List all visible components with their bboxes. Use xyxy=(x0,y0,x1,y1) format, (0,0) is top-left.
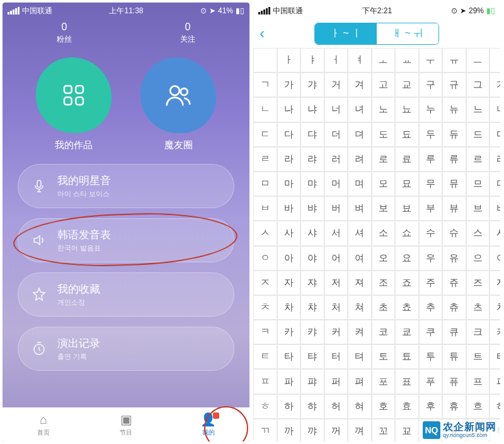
syllable-cell[interactable]: 죠 xyxy=(395,271,419,295)
syllable-cell[interactable]: 져 xyxy=(348,271,372,295)
syllable-cell[interactable]: 료 xyxy=(395,147,419,172)
syllable-cell[interactable]: 부 xyxy=(419,196,443,221)
syllable-cell[interactable]: 녀 xyxy=(348,97,372,122)
syllable-cell[interactable]: 브 xyxy=(466,196,490,221)
syllable-cell[interactable]: 오 xyxy=(372,246,396,271)
syllable-cell[interactable]: 휴 xyxy=(442,394,466,419)
syllable-cell[interactable]: 피 xyxy=(490,369,500,394)
syllable-cell[interactable]: 저 xyxy=(324,271,348,295)
tab-mine[interactable]: 👤 我的 xyxy=(167,407,249,441)
syllable-cell[interactable]: 뵤 xyxy=(395,196,419,221)
syllable-cell[interactable]: 요 xyxy=(395,246,419,271)
syllable-cell[interactable]: 츄 xyxy=(442,295,466,320)
syllable-cell[interactable]: 텨 xyxy=(348,344,372,369)
syllable-cell[interactable]: 려 xyxy=(348,147,372,172)
syllable-cell[interactable]: 바 xyxy=(277,196,301,221)
syllable-cell[interactable]: 겨 xyxy=(348,73,372,97)
syllable-cell[interactable]: 수 xyxy=(419,221,443,245)
syllable-cell[interactable]: 초 xyxy=(372,295,396,320)
syllable-cell[interactable]: 묘 xyxy=(395,172,419,196)
syllable-cell[interactable]: 쟈 xyxy=(301,271,324,295)
syllable-cell[interactable]: 뇨 xyxy=(395,97,419,122)
syllable-cell[interactable]: 유 xyxy=(442,246,466,271)
syllable-cell[interactable]: 우 xyxy=(419,246,443,271)
syllable-cell[interactable]: 됴 xyxy=(395,122,419,147)
syllable-cell[interactable]: 서 xyxy=(324,221,348,245)
syllable-cell[interactable]: 너 xyxy=(324,97,348,122)
syllable-cell[interactable]: 퍄 xyxy=(301,369,324,394)
syllable-cell[interactable]: 혀 xyxy=(348,394,372,419)
card-star-voice[interactable]: 我的明星音마이 스타 보이스 xyxy=(18,164,234,208)
syllable-cell[interactable]: 토 xyxy=(372,344,396,369)
syllable-cell[interactable]: 로 xyxy=(372,147,396,172)
syllable-cell[interactable]: 라 xyxy=(277,147,301,172)
syllable-cell[interactable]: 아 xyxy=(277,246,301,271)
syllable-cell[interactable]: 쳐 xyxy=(348,295,372,320)
syllable-cell[interactable]: 랴 xyxy=(301,147,324,172)
stat-fans[interactable]: 0 粉丝 xyxy=(3,21,126,45)
syllable-cell[interactable]: 뉴 xyxy=(442,97,466,122)
syllable-cell[interactable]: 버 xyxy=(324,196,348,221)
syllable-cell[interactable]: 처 xyxy=(324,295,348,320)
syllable-cell[interactable]: 자 xyxy=(277,271,301,295)
syllable-cell[interactable]: 머 xyxy=(324,172,348,196)
syllable-cell[interactable]: 디 xyxy=(490,122,500,147)
syllable-cell[interactable]: 탸 xyxy=(301,344,324,369)
syllable-cell[interactable]: 냐 xyxy=(301,97,324,122)
syllable-cell[interactable]: 도 xyxy=(372,122,396,147)
syllable-cell[interactable]: 큐 xyxy=(442,320,466,344)
syllable-cell[interactable]: 보 xyxy=(372,196,396,221)
syllable-cell[interactable]: 리 xyxy=(490,147,500,172)
syllable-cell[interactable]: 튜 xyxy=(442,344,466,369)
syllable-cell[interactable]: 노 xyxy=(372,97,396,122)
syllable-cell[interactable]: 쇼 xyxy=(395,221,419,245)
syllable-cell[interactable]: 사 xyxy=(277,221,301,245)
syllable-cell[interactable]: 까 xyxy=(277,419,301,441)
syllable-cell[interactable]: 포 xyxy=(372,369,396,394)
syllable-cell[interactable]: 챠 xyxy=(301,295,324,320)
syllable-cell[interactable]: 지 xyxy=(490,271,500,295)
syllable-cell[interactable]: 벼 xyxy=(348,196,372,221)
card-show-record[interactable]: 演出记录출연 기록 xyxy=(18,327,234,371)
syllable-cell[interactable]: 뎌 xyxy=(348,122,372,147)
syllable-cell[interactable]: 호 xyxy=(372,394,396,419)
syllable-cell[interactable]: 미 xyxy=(490,172,500,196)
syllable-cell[interactable]: 히 xyxy=(490,394,500,419)
syllable-cell[interactable]: 퓨 xyxy=(442,369,466,394)
syllable-cell[interactable]: 스 xyxy=(466,221,490,245)
syllable-cell[interactable]: 뷰 xyxy=(442,196,466,221)
syllable-cell[interactable]: 투 xyxy=(419,344,443,369)
syllable-cell[interactable]: 어 xyxy=(324,246,348,271)
syllable-cell[interactable]: 후 xyxy=(419,394,443,419)
syllable-cell[interactable]: 꺼 xyxy=(324,419,348,441)
syllable-cell[interactable]: 뮤 xyxy=(442,172,466,196)
syllable-cell[interactable]: 터 xyxy=(324,344,348,369)
syllable-cell[interactable]: 흐 xyxy=(466,394,490,419)
syllable-cell[interactable]: 퍼 xyxy=(324,369,348,394)
tab-home[interactable]: ⌂ 首页 xyxy=(3,407,85,441)
syllable-cell[interactable]: 키 xyxy=(490,320,500,344)
syllable-cell[interactable]: 교 xyxy=(395,73,419,97)
syllable-cell[interactable]: 소 xyxy=(372,221,396,245)
syllable-cell[interactable]: 나 xyxy=(277,97,301,122)
syllable-cell[interactable]: 꾜 xyxy=(395,419,419,441)
syllable-cell[interactable]: 기 xyxy=(490,73,500,97)
syllable-cell[interactable]: 가 xyxy=(277,73,301,97)
syllable-cell[interactable]: 르 xyxy=(466,147,490,172)
syllable-cell[interactable]: 푸 xyxy=(419,369,443,394)
card-pronunciation[interactable]: 韩语发音表한국어 발음표 xyxy=(18,218,234,262)
syllable-cell[interactable]: 먀 xyxy=(301,172,324,196)
syllable-cell[interactable]: 야 xyxy=(301,246,324,271)
syllable-cell[interactable]: 누 xyxy=(419,97,443,122)
syllable-cell[interactable]: 셔 xyxy=(348,221,372,245)
syllable-cell[interactable]: 규 xyxy=(442,73,466,97)
syllable-cell[interactable]: 듀 xyxy=(442,122,466,147)
syllable-cell[interactable]: 갸 xyxy=(301,73,324,97)
syllable-cell[interactable]: 여 xyxy=(348,246,372,271)
syllable-cell[interactable]: 차 xyxy=(277,295,301,320)
syllable-cell[interactable]: 구 xyxy=(419,73,443,97)
syllable-cell[interactable]: 트 xyxy=(466,344,490,369)
syllable-cell[interactable]: 허 xyxy=(324,394,348,419)
syllable-cell[interactable]: 치 xyxy=(490,295,500,320)
syllable-cell[interactable]: 코 xyxy=(372,320,396,344)
